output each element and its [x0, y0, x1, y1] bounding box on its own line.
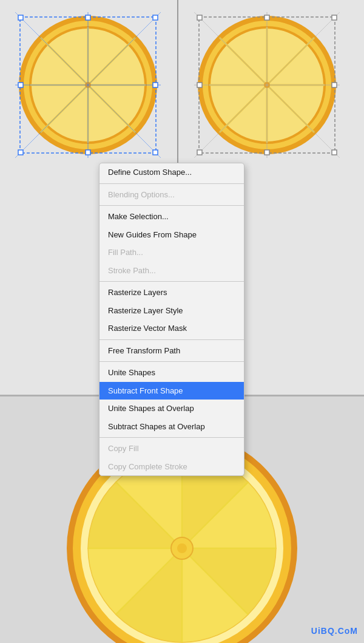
svg-rect-32 — [197, 15, 202, 20]
menu-item-make-selection[interactable]: Make Selection... — [99, 208, 244, 226]
svg-point-49 — [177, 543, 187, 553]
menu-item-blending-options: Blending Options... — [99, 186, 244, 204]
vertical-divider — [177, 0, 178, 164]
menu-separator — [99, 361, 244, 362]
menu-item-subtract-shapes-overlap[interactable]: Subtract Shapes at Overlap — [99, 418, 244, 436]
menu-separator — [99, 281, 244, 282]
menu-item-define-custom-shape[interactable]: Define Custom Shape... — [99, 163, 244, 182]
menu-item-stroke-path: Stroke Path... — [99, 262, 244, 280]
svg-rect-19 — [153, 83, 158, 87]
svg-rect-35 — [332, 150, 337, 155]
svg-rect-39 — [332, 83, 337, 87]
menu-item-copy-complete-stroke: Copy Complete Stroke — [99, 458, 244, 476]
svg-rect-16 — [86, 15, 90, 20]
svg-rect-34 — [197, 150, 202, 155]
svg-rect-17 — [86, 150, 90, 155]
svg-rect-33 — [332, 15, 337, 20]
menu-item-rasterize-vector-mask[interactable]: Rasterize Vector Mask — [99, 319, 244, 338]
svg-rect-12 — [18, 15, 23, 20]
watermark: UiBQ.CoM — [311, 626, 358, 636]
svg-rect-14 — [18, 150, 23, 155]
menu-item-rasterize-layer-style[interactable]: Rasterize Layer Style — [99, 302, 244, 320]
menu-separator — [99, 183, 244, 184]
menu-item-new-guides[interactable]: New Guides From Shape — [99, 226, 244, 244]
svg-rect-13 — [153, 15, 158, 20]
menu-item-unite-shapes-overlap[interactable]: Unite Shapes at Overlap — [99, 400, 244, 418]
svg-rect-36 — [265, 15, 269, 20]
lemon-left — [15, 12, 161, 158]
canvas-area: Define Custom Shape...Blending Options..… — [0, 0, 364, 395]
svg-rect-18 — [18, 83, 23, 87]
menu-item-copy-fill: Copy Fill — [99, 440, 244, 458]
menu-item-unite-shapes[interactable]: Unite Shapes — [99, 364, 244, 382]
context-menu[interactable]: Define Custom Shape...Blending Options..… — [99, 163, 244, 476]
menu-item-fill-path: Fill Path... — [99, 243, 244, 262]
menu-separator — [99, 339, 244, 340]
svg-rect-15 — [153, 150, 158, 155]
menu-separator — [99, 205, 244, 206]
menu-item-subtract-front-shape[interactable]: Subtract Front Shape — [99, 382, 244, 400]
menu-item-rasterize-layers[interactable]: Rasterize Layers — [99, 284, 244, 302]
svg-rect-37 — [265, 150, 269, 155]
lemon-right — [194, 12, 340, 158]
menu-separator — [99, 437, 244, 438]
svg-rect-38 — [197, 83, 202, 87]
menu-item-free-transform-path[interactable]: Free Transform Path — [99, 342, 244, 360]
